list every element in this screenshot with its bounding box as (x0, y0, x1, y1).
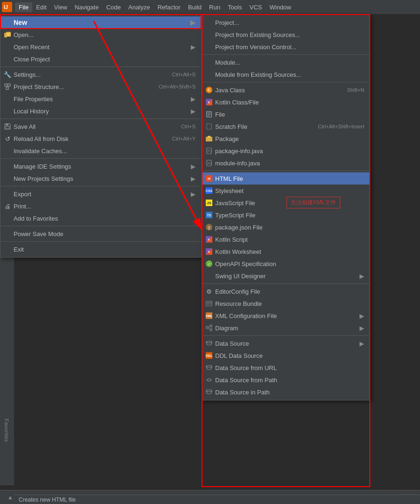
project-structure-shortcut: Ctrl+Alt+Shift+S (158, 84, 195, 89)
submenu-item-package-json[interactable]: {} package.json File (202, 221, 370, 233)
menu-view[interactable]: View (50, 2, 71, 12)
submenu-item-ddl-data-source[interactable]: DDL DDL Data Source (202, 349, 370, 362)
submenu-item-typescript-file[interactable]: TS TypeScript File (202, 209, 370, 221)
svg-rect-4 (7, 33, 11, 37)
menu-refactor[interactable]: Refactor (154, 2, 184, 12)
svg-point-30 (206, 341, 212, 343)
svg-text:IJ: IJ (4, 4, 8, 10)
reload-icon: ↺ (3, 135, 12, 142)
menu-item-local-history[interactable]: Local History ▶ (0, 105, 201, 117)
status-bar: ▲ Build ⚠ Problems ▶ Terminal ☰ CSDN @~忆… (0, 490, 420, 504)
menu-item-print[interactable]: 🖨 Print... (0, 200, 201, 212)
java-class-shortcut: Shift+N (347, 87, 364, 93)
menu-item-save-all[interactable]: Save All Ctrl+S (0, 120, 201, 133)
menu-item-manage-ide[interactable]: Manage IDE Settings ▶ (0, 160, 201, 172)
menu-build[interactable]: Build (184, 2, 205, 12)
module-existing-label: Module from Existing Sources... (215, 71, 301, 78)
menu-item-exit[interactable]: Exit (0, 243, 201, 255)
bottom-message-bar: Creates new HTML file (14, 495, 420, 504)
module-label: Module... (215, 59, 240, 66)
menu-item-open[interactable]: Open... (0, 29, 201, 41)
power-save-label: Power Save Mode (14, 230, 63, 237)
ts-icon: TS (205, 212, 213, 218)
submenu-item-editor-config[interactable]: ⚙ EditorConfig File (202, 285, 370, 297)
submenu-item-data-source[interactable]: Data Source ▶ (202, 337, 370, 349)
menu-file[interactable]: File (15, 2, 32, 12)
submenu-item-module-existing[interactable]: Module from Existing Sources... (202, 68, 370, 81)
submenu-item-data-source-path[interactable]: Data Source from Path (202, 374, 370, 386)
submenu-item-stylesheet[interactable]: CSS Stylesheet (202, 185, 370, 197)
submenu-item-xml-config[interactable]: XML XML Configuration File ▶ (202, 310, 370, 322)
submenu-item-resource-bundle[interactable]: Resource Bundle (202, 297, 370, 310)
xml-config-icon: XML (205, 312, 213, 319)
menu-item-close-project[interactable]: Close Project (0, 53, 201, 65)
menu-tools[interactable]: Tools (224, 2, 246, 12)
submenu-item-diagram[interactable]: Diagram ▶ (202, 322, 370, 334)
separator-3 (0, 158, 201, 159)
submenu-item-module[interactable]: Module... (202, 56, 370, 68)
submenu-item-kotlin-class[interactable]: K Kotlin Class/File (202, 96, 370, 108)
submenu-item-data-source-url[interactable]: Data Source from URL (202, 362, 370, 374)
data-source-in-path-label: Data Source in Path (215, 389, 270, 396)
submenu-item-openapi[interactable]: ✓ OpenAPI Specification (202, 258, 370, 270)
file-properties-arrow: ▶ (191, 96, 195, 103)
menu-run[interactable]: Run (205, 2, 224, 12)
submenu-item-javascript-file[interactable]: JS JavaScript File 无法创建XML文件 (202, 197, 370, 209)
menu-item-project-structure[interactable]: Project Structure... Ctrl+Alt+Shift+S (0, 81, 201, 93)
folder-icon (3, 32, 12, 37)
data-source-url-icon (205, 365, 213, 371)
menu-item-new[interactable]: New ▶ (0, 16, 201, 29)
menu-navigate[interactable]: Navigate (71, 2, 102, 12)
settings-label: Settings... (14, 71, 41, 78)
svg-point-32 (206, 390, 212, 392)
submenu-item-project-existing[interactable]: Project from Existing Sources... (202, 29, 370, 41)
submenu-item-java-class[interactable]: C Java Class Shift+N (202, 84, 370, 96)
settings-shortcut: Ctrl+Alt+S (172, 72, 195, 77)
submenu-item-kotlin-script[interactable]: K Kotlin Script (202, 233, 370, 245)
sidebar-tab-favorites[interactable]: Favorites (0, 413, 14, 448)
submenu-item-module-info[interactable]: MJ module-info.java (202, 157, 370, 169)
open-recent-label: Open Recent (14, 44, 50, 51)
svg-rect-17 (208, 136, 210, 138)
sub-sep-1 (202, 54, 370, 55)
separator-6 (0, 241, 201, 242)
menu-code[interactable]: Code (103, 2, 125, 12)
menu-item-invalidate-caches[interactable]: Invalidate Caches... (0, 145, 201, 157)
submenu-item-kotlin-worksheet[interactable]: K Kotlin Worksheet (202, 245, 370, 258)
menu-item-add-favorites[interactable]: Add to Favorites (0, 212, 201, 224)
submenu-item-project-vcs[interactable]: Project from Version Control... (202, 41, 370, 53)
diagram-label: Diagram (215, 325, 238, 332)
submenu-item-html-file[interactable]: H HTML File (202, 172, 370, 185)
invalidate-caches-label: Invalidate Caches... (14, 148, 67, 155)
submenu-item-package[interactable]: Package (202, 133, 370, 145)
menu-item-reload[interactable]: ↺ Reload All from Disk Ctrl+Alt+Y (0, 133, 201, 145)
svg-line-28 (208, 326, 210, 327)
save-all-label: Save All (14, 123, 36, 130)
reload-label: Reload All from Disk (14, 135, 68, 142)
menu-item-file-properties[interactable]: File Properties ▶ (0, 93, 201, 105)
submenu-item-file[interactable]: File (202, 108, 370, 120)
resource-bundle-icon (205, 301, 213, 306)
menu-item-power-save[interactable]: Power Save Mode (0, 228, 201, 240)
local-history-label: Local History (14, 108, 49, 115)
submenu-item-scratch-file[interactable]: Scratch File Ctrl+Alt+Shift+Insert (202, 120, 370, 133)
menu-item-settings[interactable]: 🔧 Settings... Ctrl+Alt+S (0, 68, 201, 81)
menu-analyze[interactable]: Analyze (125, 2, 154, 12)
menu-vcs[interactable]: VCS (246, 2, 266, 12)
openapi-label: OpenAPI Specification (215, 260, 276, 267)
kotlin-class-icon: K (205, 99, 213, 105)
data-source-in-path-icon (205, 389, 213, 395)
menu-item-export[interactable]: Export ▶ (0, 188, 201, 200)
submenu-item-project[interactable]: Project... (202, 16, 370, 29)
submenu-item-swing-ui[interactable]: Swing UI Designer ▶ (202, 270, 370, 282)
submenu-item-package-info[interactable]: PJ package-info.java (202, 145, 370, 157)
menu-item-open-recent[interactable]: Open Recent ▶ (0, 41, 201, 53)
kotlin-script-label: Kotlin Script (215, 236, 248, 243)
project-existing-label: Project from Existing Sources... (215, 31, 300, 38)
submenu-item-data-source-in-path[interactable]: Data Source in Path (202, 386, 370, 398)
menu-edit[interactable]: Edit (32, 2, 50, 12)
resource-bundle-label: Resource Bundle (215, 300, 262, 307)
menu-window[interactable]: Window (266, 2, 295, 12)
project-structure-icon (3, 83, 12, 90)
menu-item-new-projects-settings[interactable]: New Projects Settings ▶ (0, 172, 201, 185)
